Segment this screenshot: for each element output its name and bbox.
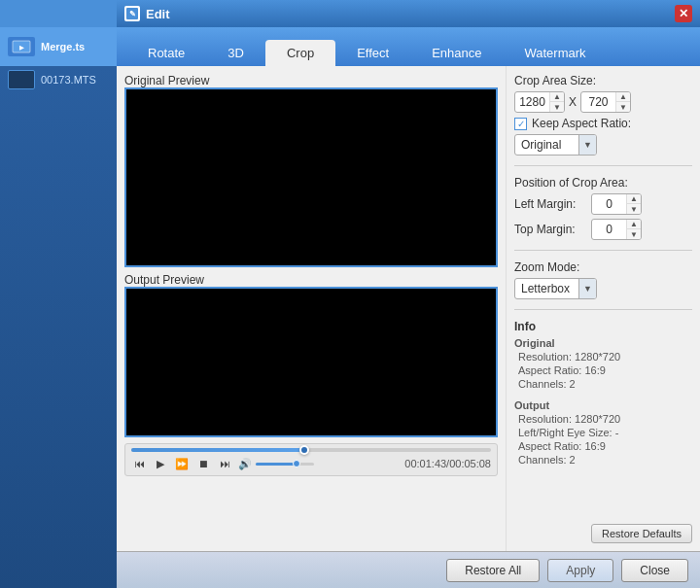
info-title: Info bbox=[514, 320, 692, 333]
file-label: 00173.MTS bbox=[41, 74, 96, 86]
original-preview-box: + bbox=[124, 87, 498, 267]
keep-aspect-row: Keep Aspect Ratio: bbox=[514, 117, 692, 130]
info-section: Info Original Resolution: 1280*720 Aspec… bbox=[514, 320, 692, 466]
divider-3 bbox=[514, 309, 692, 310]
position-label: Position of Crop Area: bbox=[514, 176, 692, 190]
crop-height-input[interactable]: 720 ▲ ▼ bbox=[580, 91, 631, 113]
skip-back-button[interactable]: ⏮ bbox=[131, 456, 147, 471]
skip-forward-button[interactable]: ⏭ bbox=[217, 456, 232, 471]
output-preview-box bbox=[124, 287, 498, 437]
svg-text:✎: ✎ bbox=[129, 10, 136, 18]
app-icon: ✎ bbox=[124, 6, 140, 21]
left-margin-input[interactable]: 0 ▲ ▼ bbox=[591, 193, 642, 215]
tab-rotate[interactable]: Rotate bbox=[126, 40, 206, 66]
file-thumbnail bbox=[8, 70, 35, 89]
top-margin-arrows: ▲ ▼ bbox=[626, 219, 641, 240]
tab-enhance[interactable]: Enhance bbox=[410, 40, 503, 66]
crop-height-value: 720 bbox=[581, 95, 615, 109]
volume-icon: 🔊 bbox=[238, 458, 252, 470]
crop-area-size-label: Crop Area Size: bbox=[514, 74, 692, 87]
original-info-title: Original bbox=[514, 337, 692, 349]
volume-thumb[interactable] bbox=[293, 460, 300, 467]
crop-height-down[interactable]: ▼ bbox=[616, 102, 630, 113]
output-eye-size: Left/Right Eye Size: - bbox=[514, 427, 692, 438]
zoom-mode-arrow[interactable]: ▼ bbox=[578, 278, 596, 299]
divider-2 bbox=[514, 250, 692, 251]
top-margin-row: Top Margin: 0 ▲ ▼ bbox=[514, 219, 692, 240]
crop-width-value: 1280 bbox=[515, 95, 549, 109]
position-group: Position of Crop Area: Left Margin: 0 ▲ … bbox=[514, 176, 692, 240]
volume-track[interactable] bbox=[256, 463, 314, 466]
crop-area-size-group: Crop Area Size: 1280 ▲ ▼ X 720 ▲ bbox=[514, 74, 692, 156]
output-preview-section: Output Preview bbox=[124, 273, 498, 437]
keep-aspect-label: Keep Aspect Ratio: bbox=[532, 117, 631, 130]
play-button[interactable]: ▶ bbox=[153, 456, 168, 471]
apply-button[interactable]: Apply bbox=[547, 559, 613, 582]
svg-text:▶: ▶ bbox=[19, 45, 24, 51]
tab-3d[interactable]: 3D bbox=[206, 40, 265, 66]
x-separator: X bbox=[569, 95, 577, 109]
stop-button[interactable]: ⏹ bbox=[195, 456, 211, 471]
sidebar-merge-item[interactable]: ▶ Merge.ts bbox=[0, 27, 117, 66]
merge-icon: ▶ bbox=[8, 37, 35, 56]
top-margin-down[interactable]: ▼ bbox=[627, 229, 641, 240]
aspect-select-arrow[interactable]: ▼ bbox=[578, 134, 596, 156]
output-aspect: Aspect Ratio: 16:9 bbox=[514, 440, 692, 452]
crop-height-up[interactable]: ▲ bbox=[616, 91, 630, 102]
restore-defaults-button[interactable]: Restore Defaults bbox=[591, 524, 692, 543]
original-channels: Channels: 2 bbox=[514, 378, 692, 390]
original-preview-section: Original Preview bbox=[124, 74, 498, 267]
time-display: 00:01:43/00:05:08 bbox=[404, 458, 491, 469]
top-margin-value: 0 bbox=[592, 223, 626, 236]
crop-width-arrows: ▲ ▼ bbox=[549, 91, 564, 113]
window: ▶ Merge.ts 00173.MTS ✎ Edit ✕ Rotate 3D … bbox=[0, 0, 700, 588]
player-controls: ⏮ ▶ ⏩ ⏹ ⏭ 🔊 00:01:43/00:05:08 bbox=[124, 443, 498, 476]
left-margin-up[interactable]: ▲ bbox=[627, 193, 641, 204]
aspect-select[interactable]: Original ▼ bbox=[514, 134, 597, 156]
original-aspect: Aspect Ratio: 16:9 bbox=[514, 364, 692, 376]
zoom-mode-label: Zoom Mode: bbox=[514, 260, 692, 274]
title-bar: ✎ Edit ✕ bbox=[117, 0, 700, 27]
original-resolution: Resolution: 1280*720 bbox=[514, 351, 692, 363]
left-margin-arrows: ▲ ▼ bbox=[626, 193, 641, 215]
zoom-mode-group: Zoom Mode: Letterbox ▼ bbox=[514, 260, 692, 299]
right-panel: Crop Area Size: 1280 ▲ ▼ X 720 ▲ bbox=[506, 66, 700, 551]
progress-thumb[interactable] bbox=[299, 445, 309, 455]
aspect-select-value: Original bbox=[515, 138, 578, 152]
zoom-mode-select[interactable]: Letterbox ▼ bbox=[514, 278, 597, 299]
zoom-mode-value: Letterbox bbox=[515, 282, 578, 295]
top-margin-up[interactable]: ▲ bbox=[627, 219, 641, 229]
volume-wrap: 🔊 bbox=[238, 458, 314, 470]
bottom-bar: Restore All Apply Close bbox=[117, 551, 700, 588]
progress-track[interactable] bbox=[131, 448, 491, 452]
left-margin-label: Left Margin: bbox=[514, 197, 587, 211]
top-margin-label: Top Margin: bbox=[514, 223, 587, 236]
left-margin-value: 0 bbox=[592, 197, 626, 211]
left-margin-down[interactable]: ▼ bbox=[627, 204, 641, 215]
keep-aspect-checkbox[interactable] bbox=[514, 118, 527, 130]
close-button[interactable]: ✕ bbox=[675, 5, 692, 22]
crop-height-arrows: ▲ ▼ bbox=[615, 91, 630, 113]
tab-crop[interactable]: Crop bbox=[265, 40, 335, 66]
original-preview-label: Original Preview bbox=[124, 74, 498, 87]
tab-watermark[interactable]: Watermark bbox=[503, 40, 607, 66]
left-margin-row: Left Margin: 0 ▲ ▼ bbox=[514, 193, 692, 215]
sidebar-file-item[interactable]: 00173.MTS bbox=[0, 66, 117, 93]
progress-bar-wrap bbox=[131, 448, 491, 452]
crop-width-input[interactable]: 1280 ▲ ▼ bbox=[514, 91, 565, 113]
output-resolution: Resolution: 1280*720 bbox=[514, 413, 692, 425]
tab-effect[interactable]: Effect bbox=[335, 40, 410, 66]
window-title: Edit bbox=[146, 7, 170, 21]
divider-1 bbox=[514, 165, 692, 166]
close-bottom-button[interactable]: Close bbox=[621, 559, 688, 582]
controls-row: ⏮ ▶ ⏩ ⏹ ⏭ 🔊 00:01:43/00:05:08 bbox=[131, 456, 491, 471]
sidebar: ▶ Merge.ts 00173.MTS bbox=[0, 0, 117, 588]
restore-all-button[interactable]: Restore All bbox=[446, 559, 540, 582]
output-info-title: Output bbox=[514, 399, 692, 411]
output-preview-label: Output Preview bbox=[124, 273, 498, 287]
crop-width-up[interactable]: ▲ bbox=[550, 91, 564, 102]
step-forward-button[interactable]: ⏩ bbox=[174, 456, 190, 471]
crop-width-down[interactable]: ▼ bbox=[550, 102, 564, 113]
output-channels: Channels: 2 bbox=[514, 454, 692, 466]
top-margin-input[interactable]: 0 ▲ ▼ bbox=[591, 219, 642, 240]
